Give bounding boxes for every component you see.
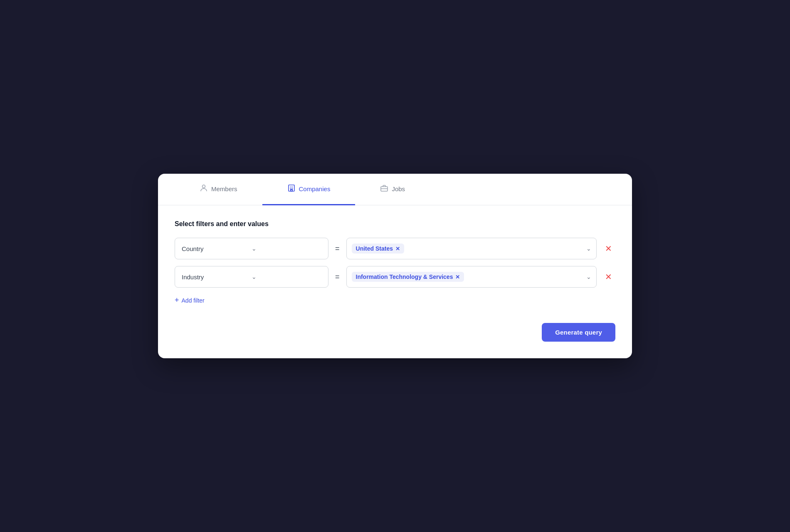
tab-members[interactable]: Members — [175, 174, 262, 205]
tab-jobs[interactable]: Jobs — [355, 174, 430, 205]
tab-bar: Members Companies Jobs — [158, 174, 632, 205]
filter-value-industry[interactable]: Information Technology & Services ✕ ⌄ — [346, 266, 597, 288]
svg-rect-1 — [289, 185, 294, 191]
tab-companies[interactable]: Companies — [262, 174, 356, 205]
filter-value-country[interactable]: United States ✕ ⌄ — [346, 238, 597, 259]
delete-filter-industry[interactable]: ✕ — [602, 269, 615, 284]
chevron-down-icon-country: ⌄ — [252, 245, 321, 252]
generate-query-button[interactable]: Generate query — [542, 323, 615, 342]
tag-label-it-services: Information Technology & Services — [356, 273, 453, 280]
filter-select-country[interactable]: Country ⌄ — [175, 238, 328, 259]
tab-members-label: Members — [211, 185, 237, 192]
filter-label-industry: Industry — [182, 273, 252, 281]
chevron-down-icon-country-value: ⌄ — [586, 245, 591, 252]
chevron-down-icon-industry-value: ⌄ — [586, 273, 591, 280]
briefcase-icon — [380, 184, 388, 194]
tag-close-it-services[interactable]: ✕ — [455, 274, 460, 280]
footer: Generate query — [175, 323, 615, 342]
tag-label-united-states: United States — [356, 245, 393, 252]
tag-close-united-states[interactable]: ✕ — [395, 246, 400, 251]
person-icon — [200, 184, 208, 194]
modal-container: Members Companies Jobs — [158, 174, 632, 358]
equals-sign-industry: = — [333, 273, 341, 281]
filter-row-country: Country ⌄ = United States ✕ ⌄ ✕ — [175, 238, 615, 259]
building-icon — [287, 184, 296, 194]
tag-united-states: United States ✕ — [352, 244, 404, 254]
add-filter-button[interactable]: + Add filter — [175, 294, 205, 306]
add-filter-label: Add filter — [182, 297, 205, 304]
chevron-down-icon-industry: ⌄ — [252, 273, 321, 280]
add-filter-plus-icon: + — [175, 296, 179, 305]
filter-row-industry: Industry ⌄ = Information Technology & Se… — [175, 266, 615, 288]
tag-it-services: Information Technology & Services ✕ — [352, 272, 464, 282]
tab-jobs-label: Jobs — [392, 185, 405, 192]
filter-select-industry[interactable]: Industry ⌄ — [175, 266, 328, 288]
delete-filter-country[interactable]: ✕ — [602, 241, 615, 256]
modal-body: Select filters and enter values Country … — [158, 205, 632, 358]
filter-label-country: Country — [182, 245, 252, 252]
svg-rect-2 — [291, 190, 292, 191]
section-title: Select filters and enter values — [175, 220, 615, 228]
equals-sign-country: = — [333, 244, 341, 253]
tab-companies-label: Companies — [299, 185, 331, 192]
svg-point-0 — [202, 185, 205, 188]
